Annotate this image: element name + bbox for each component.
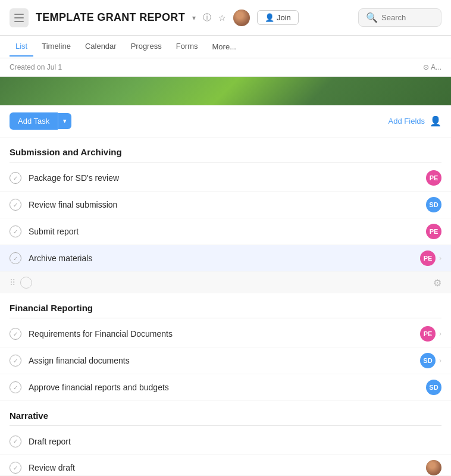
task-expand-icon[interactable]: › (439, 330, 441, 338)
nature-banner (0, 77, 451, 105)
task-name: Package for SD's review (29, 173, 426, 183)
task-name: Archive materials (29, 253, 420, 263)
section-divider-financial (10, 318, 441, 318)
task-check-icon[interactable]: ✓ (10, 381, 21, 393)
nav-tabs: List Timeline Calendar Progress Forms Mo… (0, 36, 451, 58)
toolbar-right: Add Fields 👤 (389, 115, 441, 127)
add-fields-button[interactable]: Add Fields (389, 117, 425, 126)
section-header-narrative: Narrative (0, 401, 451, 425)
sidebar-toggle-icon[interactable] (10, 8, 29, 27)
add-task-dropdown-button[interactable]: ▾ (58, 113, 71, 129)
task-name: Review draft (29, 463, 426, 472)
section-divider-submission (10, 162, 441, 162)
section-divider-narrative (10, 425, 441, 426)
task-name: Requirements for Financial Documents (29, 329, 420, 339)
task-name: Approve financial reports and budgets (29, 383, 426, 392)
drag-handle-icon: ⠿ (10, 278, 15, 287)
task-check-icon[interactable]: ✓ (10, 355, 21, 367)
section-title-submission: Submission and Archiving (10, 147, 122, 157)
gear-icon[interactable]: ⚙ (433, 277, 441, 289)
toolbar: Add Task ▾ Add Fields 👤 (0, 105, 451, 137)
task-avatar: PE (426, 224, 441, 239)
task-row[interactable]: ✓Requirements for Financial DocumentsPE› (0, 321, 451, 347)
task-row[interactable]: ✓Package for SD's reviewPE (0, 165, 451, 192)
task-avatar (426, 460, 441, 475)
task-row[interactable]: ✓Review final submissionSD (0, 192, 451, 218)
task-check-icon[interactable]: ✓ (10, 462, 21, 474)
star-icon[interactable]: ☆ (218, 13, 226, 23)
task-name: Draft report (29, 437, 441, 446)
task-avatar: SD (420, 353, 436, 368)
tab-forms[interactable]: Forms (170, 37, 204, 57)
task-row[interactable]: ✓Submit reportPE (0, 218, 451, 245)
task-avatar: SD (426, 380, 441, 395)
tab-calendar[interactable]: Calendar (79, 37, 123, 57)
info-icon[interactable]: ⓘ (203, 12, 211, 23)
section-title-financial: Financial Reporting (10, 303, 93, 313)
new-task-row: ⠿ ⚙ (0, 272, 451, 293)
new-task-check[interactable] (20, 277, 32, 289)
section-header-financial: Financial Reporting (0, 293, 451, 318)
search-icon: 🔍 (366, 12, 378, 23)
task-check-icon[interactable]: ✓ (10, 172, 21, 184)
section-header-submission: Submission and Archiving (0, 137, 451, 162)
content-area: Add Task ▾ Add Fields 👤 Submission and A… (0, 77, 451, 475)
task-avatar: SD (426, 197, 441, 212)
join-button[interactable]: 👤 Join (257, 10, 299, 25)
svg-rect-1 (14, 17, 24, 18)
task-avatar: PE (420, 326, 436, 342)
task-area: Add Task ▾ Add Fields 👤 Submission and A… (0, 105, 451, 475)
created-date: Created on Jul 1 (10, 63, 62, 71)
task-avatar: PE (420, 250, 436, 266)
created-bar: Created on Jul 1 ⊙ A... (0, 58, 451, 77)
task-check-icon[interactable]: ✓ (10, 199, 21, 211)
task-check-icon[interactable]: ✓ (10, 252, 21, 264)
task-check-icon[interactable]: ✓ (10, 328, 21, 340)
task-name: Assign financial documents (29, 356, 420, 365)
page-title: TEMPLATE GRANT REPORT (36, 11, 185, 24)
avatar[interactable] (233, 10, 250, 26)
header: TEMPLATE GRANT REPORT ▾ ⓘ ☆ 👤 Join 🔍 (0, 0, 451, 36)
task-name: Submit report (29, 227, 426, 236)
add-task-group: Add Task ▾ (10, 112, 71, 130)
task-name: Review final submission (29, 200, 426, 209)
title-chevron-icon[interactable]: ▾ (192, 14, 196, 22)
task-avatar: PE (426, 170, 441, 186)
task-row[interactable]: ✓Assign financial documentsSD› (0, 347, 451, 374)
created-right: ⊙ A... (423, 63, 441, 71)
task-row[interactable]: ✓Archive materialsPE› (0, 245, 451, 272)
tab-list[interactable]: List (10, 37, 33, 57)
tab-timeline[interactable]: Timeline (36, 37, 77, 57)
svg-rect-0 (14, 14, 24, 15)
svg-rect-2 (14, 21, 24, 22)
task-expand-icon[interactable]: › (439, 356, 441, 365)
search-input[interactable] (381, 13, 434, 22)
task-row[interactable]: ✓Review draft (0, 455, 451, 475)
tab-progress[interactable]: Progress (125, 37, 168, 57)
task-row[interactable]: ✓Draft report (0, 428, 451, 455)
section-title-narrative: Narrative (10, 411, 48, 421)
task-row[interactable]: ✓Approve financial reports and budgetsSD (0, 374, 451, 401)
join-icon: 👤 (265, 13, 274, 22)
sections-container: Submission and Archiving✓Package for SD'… (0, 137, 451, 475)
task-check-icon[interactable]: ✓ (10, 226, 21, 237)
task-check-icon[interactable]: ✓ (10, 436, 21, 447)
search-box[interactable]: 🔍 (358, 8, 441, 27)
nav-more-button[interactable]: More... (206, 37, 242, 56)
task-expand-icon[interactable]: › (439, 254, 441, 262)
add-task-button[interactable]: Add Task (10, 112, 58, 130)
assignee-filter-icon[interactable]: 👤 (430, 115, 441, 127)
